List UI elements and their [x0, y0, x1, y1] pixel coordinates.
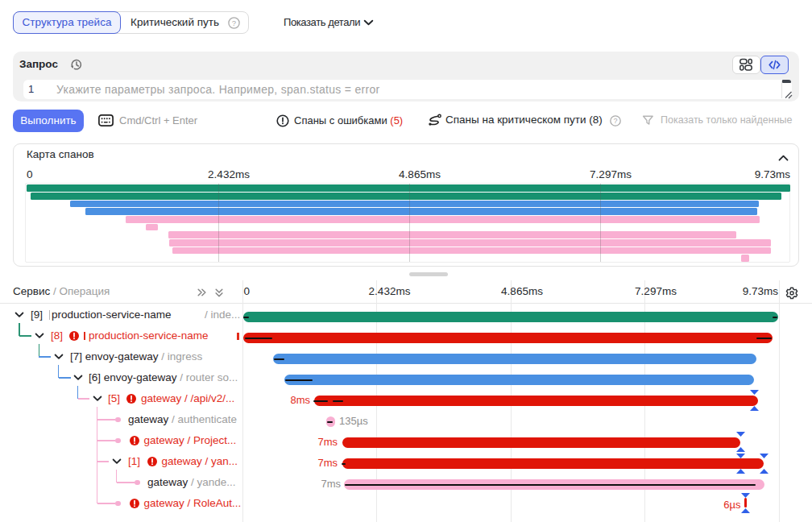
svg-text:?: ? [232, 19, 236, 27]
svg-text:?: ? [613, 117, 617, 125]
